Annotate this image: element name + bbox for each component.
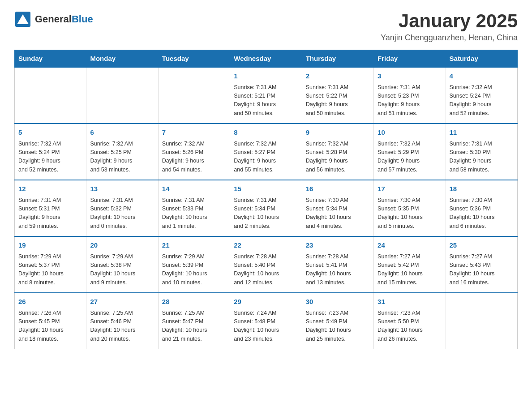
weekday-header-friday: Friday	[374, 50, 446, 68]
day-info: Sunrise: 7:32 AM Sunset: 5:26 PM Dayligh…	[162, 140, 226, 175]
day-info: Sunrise: 7:28 AM Sunset: 5:41 PM Dayligh…	[306, 253, 370, 287]
day-number: 31	[378, 297, 442, 307]
day-info: Sunrise: 7:27 AM Sunset: 5:42 PM Dayligh…	[378, 253, 442, 287]
calendar-cell: 24Sunrise: 7:27 AM Sunset: 5:42 PM Dayli…	[374, 236, 446, 293]
day-info: Sunrise: 7:32 AM Sunset: 5:27 PM Dayligh…	[234, 140, 298, 175]
day-number: 13	[90, 184, 154, 194]
logo-text-general: General	[35, 13, 72, 25]
day-number: 7	[162, 128, 226, 138]
day-number: 26	[18, 297, 82, 307]
weekday-header-saturday: Saturday	[446, 50, 517, 68]
logo-text-blue: Blue	[72, 13, 93, 25]
day-number: 25	[450, 240, 514, 251]
day-info: Sunrise: 7:26 AM Sunset: 5:45 PM Dayligh…	[18, 309, 82, 344]
day-number: 20	[90, 240, 154, 251]
day-number: 5	[18, 128, 82, 138]
day-info: Sunrise: 7:29 AM Sunset: 5:37 PM Dayligh…	[18, 253, 82, 287]
calendar-cell: 3Sunrise: 7:31 AM Sunset: 5:23 PM Daylig…	[374, 67, 446, 124]
calendar-cell: 11Sunrise: 7:31 AM Sunset: 5:30 PM Dayli…	[446, 124, 517, 180]
day-number: 6	[90, 128, 154, 138]
calendar-cell: 29Sunrise: 7:24 AM Sunset: 5:48 PM Dayli…	[230, 293, 302, 349]
calendar-week-2: 5Sunrise: 7:32 AM Sunset: 5:24 PM Daylig…	[15, 124, 518, 180]
day-info: Sunrise: 7:29 AM Sunset: 5:39 PM Dayligh…	[162, 253, 226, 287]
calendar-cell: 14Sunrise: 7:31 AM Sunset: 5:33 PM Dayli…	[158, 180, 230, 236]
calendar-cell: 23Sunrise: 7:28 AM Sunset: 5:41 PM Dayli…	[302, 236, 373, 293]
day-number: 29	[234, 297, 298, 307]
day-info: Sunrise: 7:30 AM Sunset: 5:35 PM Dayligh…	[378, 196, 442, 231]
page-header: GeneralBlue January 2025 Yanjin Chenggua…	[14, 11, 518, 43]
logo-icon	[14, 11, 31, 28]
calendar-cell: 28Sunrise: 7:25 AM Sunset: 5:47 PM Dayli…	[158, 293, 230, 349]
calendar-cell: 22Sunrise: 7:28 AM Sunset: 5:40 PM Dayli…	[230, 236, 302, 293]
day-info: Sunrise: 7:32 AM Sunset: 5:24 PM Dayligh…	[18, 140, 82, 175]
calendar-cell: 20Sunrise: 7:29 AM Sunset: 5:38 PM Dayli…	[86, 236, 158, 293]
calendar-cell: 26Sunrise: 7:26 AM Sunset: 5:45 PM Dayli…	[15, 293, 86, 349]
day-info: Sunrise: 7:30 AM Sunset: 5:34 PM Dayligh…	[306, 196, 370, 231]
calendar-cell: 13Sunrise: 7:31 AM Sunset: 5:32 PM Dayli…	[86, 180, 158, 236]
weekday-header-thursday: Thursday	[302, 50, 373, 68]
day-info: Sunrise: 7:27 AM Sunset: 5:43 PM Dayligh…	[450, 253, 514, 287]
calendar-cell: 1Sunrise: 7:31 AM Sunset: 5:21 PM Daylig…	[230, 67, 302, 124]
calendar-cell: 7Sunrise: 7:32 AM Sunset: 5:26 PM Daylig…	[158, 124, 230, 180]
day-number: 30	[306, 297, 370, 307]
weekday-header-row: SundayMondayTuesdayWednesdayThursdayFrid…	[15, 50, 518, 68]
logo: GeneralBlue	[14, 11, 93, 28]
day-number: 9	[306, 128, 370, 138]
day-number: 27	[90, 297, 154, 307]
weekday-header-wednesday: Wednesday	[230, 50, 302, 68]
calendar-cell: 4Sunrise: 7:32 AM Sunset: 5:24 PM Daylig…	[446, 67, 517, 124]
day-info: Sunrise: 7:31 AM Sunset: 5:22 PM Dayligh…	[306, 83, 370, 118]
calendar-cell	[86, 67, 158, 124]
calendar-cell	[446, 293, 517, 349]
month-title: January 2025	[381, 11, 518, 31]
calendar-cell: 12Sunrise: 7:31 AM Sunset: 5:31 PM Dayli…	[15, 180, 86, 236]
day-number: 2	[306, 71, 370, 81]
day-info: Sunrise: 7:32 AM Sunset: 5:28 PM Dayligh…	[306, 140, 370, 175]
day-info: Sunrise: 7:32 AM Sunset: 5:25 PM Dayligh…	[90, 140, 154, 175]
day-info: Sunrise: 7:29 AM Sunset: 5:38 PM Dayligh…	[90, 253, 154, 287]
day-info: Sunrise: 7:23 AM Sunset: 5:50 PM Dayligh…	[378, 309, 442, 344]
day-number: 14	[162, 184, 226, 194]
location-title: Yanjin Chengguanzhen, Henan, China	[381, 33, 518, 43]
day-number: 8	[234, 128, 298, 138]
day-number: 1	[234, 71, 298, 81]
day-number: 28	[162, 297, 226, 307]
calendar-cell	[15, 67, 86, 124]
calendar-cell: 10Sunrise: 7:32 AM Sunset: 5:29 PM Dayli…	[374, 124, 446, 180]
day-number: 18	[450, 184, 514, 194]
day-info: Sunrise: 7:31 AM Sunset: 5:34 PM Dayligh…	[234, 196, 298, 231]
day-info: Sunrise: 7:28 AM Sunset: 5:40 PM Dayligh…	[234, 253, 298, 287]
calendar-week-4: 19Sunrise: 7:29 AM Sunset: 5:37 PM Dayli…	[15, 236, 518, 293]
calendar-table: SundayMondayTuesdayWednesdayThursdayFrid…	[14, 50, 518, 349]
calendar-week-3: 12Sunrise: 7:31 AM Sunset: 5:31 PM Dayli…	[15, 180, 518, 236]
calendar-cell: 6Sunrise: 7:32 AM Sunset: 5:25 PM Daylig…	[86, 124, 158, 180]
day-number: 15	[234, 184, 298, 194]
calendar-cell: 27Sunrise: 7:25 AM Sunset: 5:46 PM Dayli…	[86, 293, 158, 349]
calendar-cell: 18Sunrise: 7:30 AM Sunset: 5:36 PM Dayli…	[446, 180, 517, 236]
calendar-cell: 17Sunrise: 7:30 AM Sunset: 5:35 PM Dayli…	[374, 180, 446, 236]
day-number: 16	[306, 184, 370, 194]
day-number: 10	[378, 128, 442, 138]
calendar-cell	[158, 67, 230, 124]
calendar-week-1: 1Sunrise: 7:31 AM Sunset: 5:21 PM Daylig…	[15, 67, 518, 124]
day-number: 23	[306, 240, 370, 251]
calendar-cell: 16Sunrise: 7:30 AM Sunset: 5:34 PM Dayli…	[302, 180, 373, 236]
day-number: 3	[378, 71, 442, 81]
calendar-cell: 25Sunrise: 7:27 AM Sunset: 5:43 PM Dayli…	[446, 236, 517, 293]
day-info: Sunrise: 7:31 AM Sunset: 5:33 PM Dayligh…	[162, 196, 226, 231]
day-number: 24	[378, 240, 442, 251]
calendar-week-5: 26Sunrise: 7:26 AM Sunset: 5:45 PM Dayli…	[15, 293, 518, 349]
day-number: 19	[18, 240, 82, 251]
day-info: Sunrise: 7:23 AM Sunset: 5:49 PM Dayligh…	[306, 309, 370, 344]
day-info: Sunrise: 7:31 AM Sunset: 5:30 PM Dayligh…	[450, 140, 514, 175]
day-number: 17	[378, 184, 442, 194]
day-info: Sunrise: 7:25 AM Sunset: 5:47 PM Dayligh…	[162, 309, 226, 344]
day-info: Sunrise: 7:31 AM Sunset: 5:21 PM Dayligh…	[234, 83, 298, 118]
calendar-cell: 21Sunrise: 7:29 AM Sunset: 5:39 PM Dayli…	[158, 236, 230, 293]
calendar-cell: 30Sunrise: 7:23 AM Sunset: 5:49 PM Dayli…	[302, 293, 373, 349]
day-info: Sunrise: 7:24 AM Sunset: 5:48 PM Dayligh…	[234, 309, 298, 344]
weekday-header-monday: Monday	[86, 50, 158, 68]
day-info: Sunrise: 7:32 AM Sunset: 5:24 PM Dayligh…	[450, 83, 514, 118]
calendar-cell: 9Sunrise: 7:32 AM Sunset: 5:28 PM Daylig…	[302, 124, 373, 180]
day-info: Sunrise: 7:32 AM Sunset: 5:29 PM Dayligh…	[378, 140, 442, 175]
